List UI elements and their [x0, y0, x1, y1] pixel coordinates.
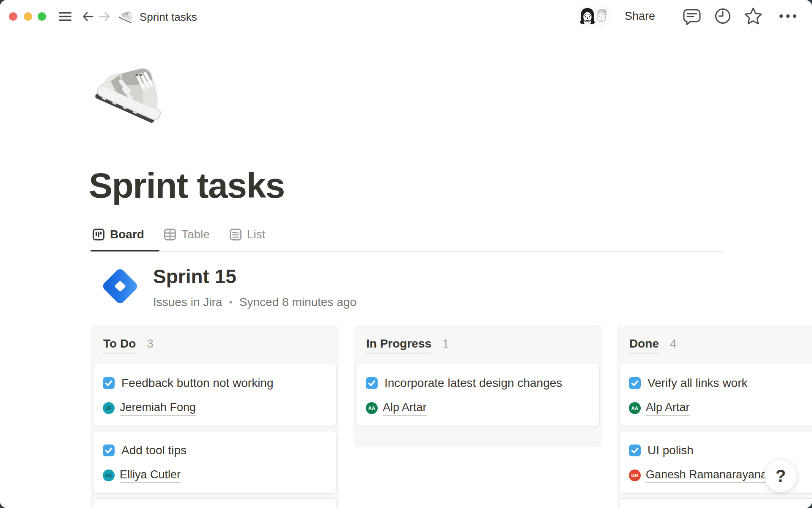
card-title: UI polish: [647, 444, 694, 457]
back-arrow-icon[interactable]: [82, 10, 94, 23]
tab-board[interactable]: Board: [92, 228, 144, 241]
page-title: Sprint tasks: [89, 165, 285, 206]
checkbox-checked-icon[interactable]: [103, 377, 115, 389]
assignee-row: AA Alp Artar: [629, 402, 812, 414]
assignee-initials: JF: [106, 406, 111, 411]
assignee-initials: AA: [368, 406, 375, 411]
favorite-star-icon[interactable]: [743, 6, 763, 26]
card-title: Feedback button not working: [121, 376, 274, 389]
table-icon: [164, 228, 176, 241]
comments-icon[interactable]: [682, 8, 702, 26]
assignee-name[interactable]: Alp Artar: [646, 401, 690, 416]
sidebar-menu-icon[interactable]: [59, 12, 71, 21]
assignee-avatar: AA: [366, 402, 378, 414]
tab-list-label: List: [247, 228, 266, 241]
view-tabs: Board Table List: [92, 225, 265, 244]
help-button[interactable]: ?: [764, 459, 797, 492]
checkbox-checked-icon[interactable]: [629, 377, 641, 389]
forward-arrow-icon[interactable]: [98, 10, 111, 23]
assignee-initials: EC: [105, 473, 112, 478]
assignee-avatar: GR: [629, 469, 641, 481]
collaborator-avatar-woman[interactable]: [578, 6, 597, 26]
column-name[interactable]: To Do: [103, 337, 136, 353]
board-column-todo: To Do 3 Feedback button not working JF J…: [91, 325, 339, 508]
column-header: In Progress 1: [366, 337, 600, 353]
assignee-name[interactable]: Elliya Cutler: [120, 468, 181, 483]
board-column-in-progress: In Progress 1 Incorporate latest design …: [354, 325, 602, 447]
checkbox-checked-icon[interactable]: [366, 377, 378, 389]
assignee-row: AA Alp Artar: [366, 402, 589, 414]
column-count: 3: [147, 337, 154, 351]
column-name[interactable]: Done: [629, 337, 659, 353]
assignee-name[interactable]: Jeremiah Fong: [120, 401, 196, 416]
linked-db-source[interactable]: Issues in Jira: [153, 295, 222, 309]
assignee-name[interactable]: Ganesh Ramanarayanan: [646, 468, 774, 483]
linked-db-subtitle: Issues in Jira • Synced 8 minutes ago: [153, 295, 357, 309]
subtitle-separator: •: [229, 296, 232, 308]
column-name[interactable]: In Progress: [366, 337, 431, 353]
assignee-row: JF Jeremiah Fong: [103, 402, 326, 414]
task-card-partial[interactable]: [93, 498, 337, 508]
tabs-divider: [91, 251, 723, 252]
active-tab-underline: [91, 250, 159, 251]
tab-table[interactable]: Table: [164, 228, 210, 241]
assignee-initials: AA: [631, 406, 638, 411]
assignee-name[interactable]: Alp Artar: [383, 401, 427, 416]
assignee-avatar: EC: [103, 469, 115, 481]
updates-clock-icon[interactable]: [714, 8, 731, 25]
list-icon: [229, 228, 242, 241]
notion-window: Sprint tasks Share: [0, 0, 812, 508]
assignee-avatar: AA: [629, 402, 641, 414]
linked-db-sync-status: Synced 8 minutes ago: [239, 295, 357, 309]
more-options-icon[interactable]: [778, 13, 798, 19]
checkbox-checked-icon[interactable]: [103, 444, 115, 456]
task-card-partial[interactable]: [619, 498, 812, 508]
tab-board-label: Board: [110, 228, 144, 241]
assignee-avatar: JF: [103, 402, 115, 414]
tab-table-label: Table: [181, 228, 210, 241]
minimize-window-button[interactable]: [24, 12, 32, 21]
assignee-initials: GR: [631, 473, 639, 478]
column-count: 4: [670, 337, 677, 351]
toolbar-page-title: Sprint tasks: [140, 11, 197, 24]
tab-list[interactable]: List: [229, 228, 266, 241]
jira-logo: [99, 263, 142, 309]
card-title: Incorporate latest design changes: [384, 376, 562, 389]
card-title: Verify all links work: [647, 376, 748, 389]
zoom-window-button[interactable]: [38, 12, 46, 21]
sneaker-page-icon-small: [119, 8, 134, 24]
assignee-row: EC Elliya Cutler: [103, 469, 326, 481]
close-window-button[interactable]: [9, 12, 17, 21]
sneaker-page-icon-large[interactable]: [95, 53, 170, 129]
column-header: Done 4: [629, 337, 812, 353]
toolbar: Sprint tasks Share: [0, 0, 812, 33]
share-button[interactable]: Share: [625, 10, 655, 23]
help-question-mark: ?: [776, 467, 786, 486]
task-card[interactable]: Feedback button not working JF Jeremiah …: [93, 364, 337, 426]
column-count: 1: [442, 337, 449, 351]
column-header: To Do 3: [103, 337, 337, 353]
linked-db-title[interactable]: Sprint 15: [153, 265, 236, 288]
card-title: Add tool tips: [121, 444, 187, 457]
task-card[interactable]: Incorporate latest design changes AA Alp…: [356, 364, 600, 426]
checkbox-checked-icon[interactable]: [629, 444, 641, 456]
board-icon: [92, 228, 105, 241]
task-card[interactable]: Verify all links work AA Alp Artar: [619, 364, 812, 426]
task-card[interactable]: Add tool tips EC Elliya Cutler: [93, 431, 337, 494]
